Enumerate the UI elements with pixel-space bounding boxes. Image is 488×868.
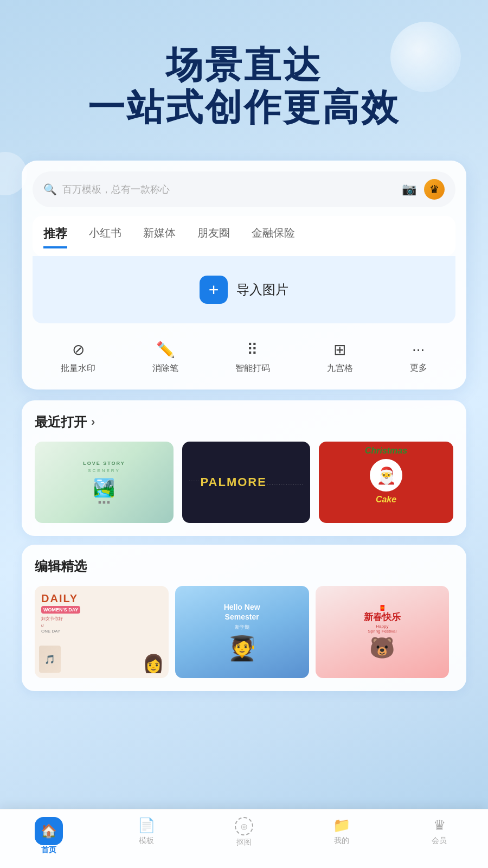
daily-label: DAILY [41,592,78,605]
import-label: 导入图片 [236,281,288,298]
camera-icon[interactable]: 📷 [402,182,416,196]
batch-watermark-icon: ⊘ [72,341,85,359]
deco-circle-top-right [390,22,461,92]
recent-section: 最近打开 › LOVE STORY SCENERY 🏞️ ◼ ◼ ◼ ·····… [22,400,466,536]
tab-finance[interactable]: 金融保险 [252,226,295,248]
mine-icon: 📁 [333,817,350,834]
nav-item-cutout[interactable]: ◎ 抠图 [222,817,266,855]
templates-label: 模板 [139,836,154,846]
pick-card-daily[interactable]: DAILY WOMEN'S DAY 妇女节你好 u ONE DAY 👩 🎵 [35,586,169,678]
recent-grid: LOVE STORY SCENERY 🏞️ ◼ ◼ ◼ ····· PALMOR… [35,442,453,523]
tab-moments[interactable]: 朋友圈 [197,226,230,248]
editor-picks-title: 编辑精选 [35,558,87,575]
recent-title: 最近打开 [35,413,87,431]
home-label: 首页 [41,845,56,855]
palmore-text: PALMORE [201,475,267,489]
search-bar[interactable]: 🔍 百万模板，总有一款称心 📷 ♛ [33,171,455,207]
main-card: 🔍 百万模板，总有一款称心 📷 ♛ 推荐 小红书 新媒体 朋友圈 金融保险 + … [22,161,466,390]
smart-mosaic-icon: ⠿ [247,341,258,359]
search-icon: 🔍 [43,183,57,196]
womens-day-badge: WOMEN'S DAY [41,606,80,614]
bottom-nav: 🏠 首页 📄 模板 ◎ 抠图 📁 我的 ♛ 会员 [0,809,488,868]
mine-label: 我的 [334,836,349,846]
tab-recommended[interactable]: 推荐 [43,226,67,248]
cutout-icon: ◎ [235,817,253,835]
vip-crown-icon[interactable]: ♛ [424,179,445,200]
pick-card-new-semester[interactable]: Hello NewSemester 新学期 🧑‍🎓 [175,586,309,678]
recent-thumb-palmore[interactable]: ····· PALMORE ····················· [182,442,310,523]
tool-eraser[interactable]: ✏️ 消除笔 [152,341,178,374]
recent-header: 最近打开 › [35,413,453,431]
new-semester-text: Hello NewSemester [224,602,260,622]
pick-card-spring-festival[interactable]: 🧧 新春快乐 HappySpring Festival 🐻 [316,586,450,678]
quick-tools: ⊘ 批量水印 ✏️ 消除笔 ⠿ 智能打码 ⊞ 九宫格 ··· 更多 [33,332,455,379]
tool-batch-watermark[interactable]: ⊘ 批量水印 [61,341,95,374]
smart-mosaic-label: 智能打码 [235,363,270,374]
search-placeholder-text: 百万模板，总有一款称心 [62,183,402,196]
cutout-label: 抠图 [236,838,252,847]
nine-grid-icon: ⊞ [333,341,346,359]
templates-icon: 📄 [138,817,155,834]
editor-picks-header: 编辑精选 [35,558,453,575]
home-icon-wrap: 🏠 [35,817,63,845]
eraser-label: 消除笔 [152,363,178,374]
editor-picks-section: 编辑精选 DAILY WOMEN'S DAY 妇女节你好 u ONE DAY 👩… [22,545,466,691]
nav-item-vip[interactable]: ♛ 会员 [418,817,461,855]
tool-smart-mosaic[interactable]: ⠿ 智能打码 [235,341,270,374]
import-section[interactable]: + 导入图片 [33,256,455,323]
category-tabs: 推荐 小红书 新媒体 朋友圈 金融保险 [43,226,445,256]
nine-grid-label: 九宫格 [327,363,353,374]
recent-thumb-love-story[interactable]: LOVE STORY SCENERY 🏞️ ◼ ◼ ◼ [35,442,174,523]
batch-watermark-label: 批量水印 [61,363,95,374]
vip-label: 会员 [432,836,447,846]
recent-thumb-christmas[interactable]: Christmas 🎅 Cake [319,442,453,523]
tool-more[interactable]: ··· 更多 [410,341,427,374]
nav-item-home[interactable]: 🏠 首页 [27,817,70,855]
editor-picks-grid: DAILY WOMEN'S DAY 妇女节你好 u ONE DAY 👩 🎵 He… [35,586,453,678]
tab-new-media[interactable]: 新媒体 [143,226,176,248]
nav-item-mine[interactable]: 📁 我的 [320,817,363,855]
recent-arrow[interactable]: › [91,415,95,429]
more-label: 更多 [410,362,427,374]
eraser-icon: ✏️ [156,341,175,359]
vip-icon: ♛ [433,817,446,834]
category-tabs-container: 推荐 小红书 新媒体 朋友圈 金融保险 [33,216,455,256]
tool-nine-grid[interactable]: ⊞ 九宫格 [327,341,353,374]
home-icon: 🏠 [41,824,57,839]
nav-item-templates[interactable]: 📄 模板 [125,817,168,855]
import-plus-button[interactable]: + [200,276,228,304]
more-icon: ··· [412,341,425,358]
tab-xiaohongshu[interactable]: 小红书 [89,226,121,248]
